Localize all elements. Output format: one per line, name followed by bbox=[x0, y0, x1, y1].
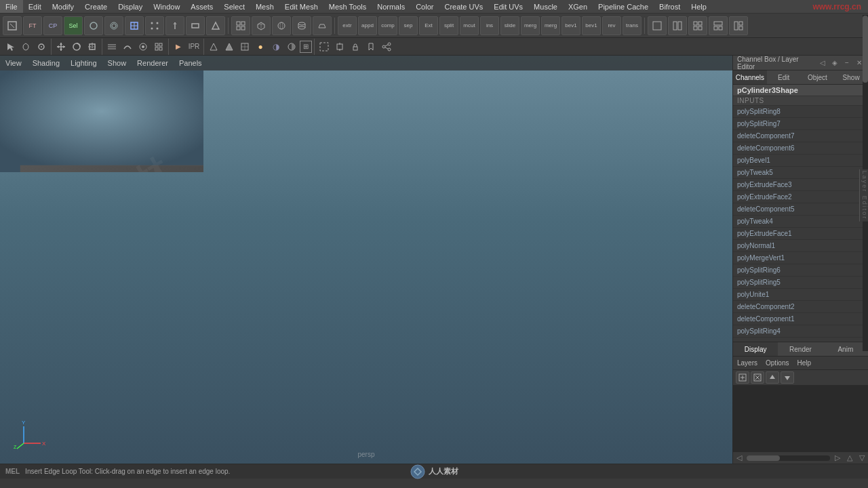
cb-item-2[interactable]: deleteComponent7 bbox=[733, 130, 868, 142]
vp-menu-panels[interactable]: Panels bbox=[174, 56, 208, 70]
channel-box-content[interactable]: pCylinder3Shape INPUTS polySplitRing8 po… bbox=[733, 85, 868, 342]
cb-item-4[interactable]: polyBevel1 bbox=[733, 155, 868, 167]
tb-bev1-btn[interactable]: bev1 bbox=[561, 16, 580, 35]
st-move-btn[interactable] bbox=[54, 40, 68, 54]
tb-sphere-btn[interactable] bbox=[272, 16, 291, 35]
menu-edit-mesh[interactable]: Edit Mesh bbox=[279, 0, 323, 13]
tb-xray-btn[interactable] bbox=[104, 16, 123, 35]
st-lock-btn[interactable] bbox=[348, 40, 363, 54]
layer-scroll-right[interactable]: ▷ bbox=[831, 452, 844, 464]
layer-movedown-btn[interactable] bbox=[781, 371, 794, 384]
tb-verts-btn[interactable] bbox=[145, 16, 164, 35]
st-toggle-btn[interactable] bbox=[332, 40, 347, 54]
cb-item-15[interactable]: polyUnite1 bbox=[733, 289, 868, 301]
tb-slide-btn[interactable]: slide bbox=[500, 16, 519, 35]
cb-minimize[interactable]: − bbox=[842, 58, 852, 68]
tb-bev2-btn[interactable]: bev1 bbox=[582, 16, 601, 35]
tb-layout3-btn[interactable] bbox=[688, 16, 707, 35]
channel-box-scrollbar[interactable] bbox=[863, 15, 868, 351]
layer-menu-options[interactable]: Options bbox=[762, 357, 793, 369]
cb-icon-1[interactable]: ◁ bbox=[818, 58, 827, 68]
menu-modify[interactable]: Modify bbox=[47, 0, 79, 13]
tb-ext-btn[interactable]: Ext bbox=[419, 16, 438, 35]
st-texture-btn[interactable] bbox=[237, 40, 252, 54]
tb-ft-btn[interactable]: FT bbox=[23, 16, 42, 35]
cb-item-13[interactable]: polySplitRing6 bbox=[733, 264, 868, 277]
layer-moveup-btn[interactable] bbox=[766, 371, 779, 384]
cb-item-9[interactable]: polyTweak4 bbox=[733, 216, 868, 228]
tb-trans-btn[interactable]: trans bbox=[623, 16, 642, 35]
cb-tab-object[interactable]: Object bbox=[801, 70, 835, 84]
st-lasso-btn[interactable] bbox=[18, 40, 33, 54]
cb-item-8[interactable]: deleteComponent5 bbox=[733, 203, 868, 216]
layer-scroll-left[interactable]: ◁ bbox=[733, 452, 745, 464]
menu-bifrost[interactable]: Bifrost bbox=[654, 0, 686, 13]
layer-new-btn[interactable] bbox=[736, 371, 749, 384]
menu-pipeline-cache[interactable]: Pipeline Cache bbox=[593, 0, 654, 13]
cb-item-17[interactable]: deleteComponent1 bbox=[733, 313, 868, 325]
vp-menu-renderer[interactable]: Renderer bbox=[132, 56, 174, 70]
tb-plane-btn[interactable] bbox=[313, 16, 332, 35]
tb-sculp-btn[interactable] bbox=[84, 16, 103, 35]
vp-menu-view[interactable]: View bbox=[0, 56, 27, 70]
menu-display[interactable]: Display bbox=[113, 0, 148, 13]
layer-tab-anim[interactable]: Anim bbox=[823, 342, 868, 356]
layer-delete-btn[interactable] bbox=[751, 371, 764, 384]
tb-cp-btn[interactable]: CP bbox=[43, 16, 62, 35]
tb-sep-btn[interactable]: sep bbox=[399, 16, 418, 35]
cb-item-7[interactable]: polyExtrudeFace2 bbox=[733, 191, 868, 203]
tb-wfsh-btn[interactable] bbox=[125, 16, 144, 35]
tb-mcut-btn[interactable]: mcut bbox=[460, 16, 479, 35]
st-shade-btn[interactable] bbox=[222, 40, 237, 54]
st-shadow-btn[interactable]: ◑ bbox=[269, 40, 283, 54]
cb-item-18[interactable]: polySplitRing4 bbox=[733, 325, 868, 338]
tb-merg-btn[interactable]: merg bbox=[521, 16, 540, 35]
tb-extr-btn[interactable]: extr bbox=[338, 16, 357, 35]
menu-edit-uvs[interactable]: Edit UVs bbox=[488, 0, 528, 13]
st-paint-btn[interactable] bbox=[34, 40, 49, 54]
cb-tab-channels[interactable]: Channels bbox=[733, 70, 767, 84]
layer-scroll-up[interactable]: △ bbox=[844, 452, 856, 464]
menu-mesh-tools[interactable]: Mesh Tools bbox=[323, 0, 372, 13]
menu-assets[interactable]: Assets bbox=[185, 0, 218, 13]
tb-layout5-btn[interactable] bbox=[729, 16, 748, 35]
layer-tab-display[interactable]: Display bbox=[733, 342, 778, 356]
menu-edit[interactable]: Edit bbox=[23, 0, 47, 13]
tb-layout1-btn[interactable] bbox=[648, 16, 667, 35]
layer-menu-layers[interactable]: Layers bbox=[733, 357, 762, 369]
st-ipr-btn[interactable]: IPR bbox=[186, 40, 201, 54]
tb-cull-btn[interactable] bbox=[206, 16, 225, 35]
tb-ins-btn[interactable]: ins bbox=[480, 16, 499, 35]
menu-xgen[interactable]: XGen bbox=[563, 0, 593, 13]
cb-item-6[interactable]: polyExtrudeFace3 bbox=[733, 179, 868, 191]
viewport[interactable]: View Shading Lighting Show Renderer Pane… bbox=[0, 56, 732, 464]
layer-scroll-down[interactable]: ▽ bbox=[856, 452, 868, 464]
menu-create-uvs[interactable]: Create UVs bbox=[439, 0, 488, 13]
cb-item-3[interactable]: deleteComponent6 bbox=[733, 142, 868, 155]
tb-rev-btn[interactable]: rev bbox=[602, 16, 621, 35]
st-bookmark-btn[interactable] bbox=[363, 40, 378, 54]
cb-item-10[interactable]: polyExtrudeFace1 bbox=[733, 228, 868, 240]
cb-item-0[interactable]: polySplitRing8 bbox=[733, 106, 868, 118]
tb-cube-btn[interactable] bbox=[252, 16, 271, 35]
tb-split-btn[interactable]: split bbox=[439, 16, 458, 35]
vp-menu-shading[interactable]: Shading bbox=[27, 56, 65, 70]
menu-normals[interactable]: Normals bbox=[372, 0, 410, 13]
cb-item-1[interactable]: polySplitRing7 bbox=[733, 118, 868, 130]
st-share-btn[interactable] bbox=[379, 40, 394, 54]
cb-item-14[interactable]: polySplitRing5 bbox=[733, 277, 868, 289]
st-snap-grid-btn[interactable] bbox=[104, 40, 119, 54]
menu-create[interactable]: Create bbox=[79, 0, 113, 13]
cb-icon-2[interactable]: ◈ bbox=[830, 58, 840, 68]
cb-item-16[interactable]: deleteComponent2 bbox=[733, 301, 868, 313]
st-snap-curve-btn[interactable] bbox=[120, 40, 135, 54]
menu-help[interactable]: Help bbox=[686, 0, 712, 13]
tb-comp-btn[interactable]: comp bbox=[378, 16, 397, 35]
cb-item-5[interactable]: polyTweak5 bbox=[733, 167, 868, 179]
menu-select[interactable]: Select bbox=[218, 0, 250, 13]
layer-menu-help[interactable]: Help bbox=[793, 357, 815, 369]
tb-layout4-btn[interactable] bbox=[709, 16, 728, 35]
layer-content[interactable] bbox=[733, 386, 868, 451]
st-isolate-btn[interactable]: ⊞ bbox=[300, 41, 312, 53]
tb-layout2-btn[interactable] bbox=[668, 16, 687, 35]
